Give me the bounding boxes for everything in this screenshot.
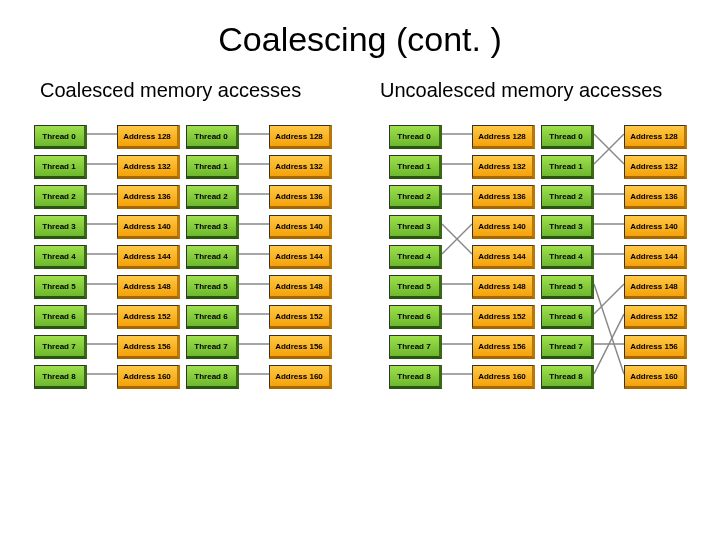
address-box: Address 152 (472, 305, 535, 329)
thread-box: Thread 3 (541, 215, 594, 239)
address-column: Address 128Address 132Address 136Address… (269, 125, 332, 389)
thread-box: Thread 1 (541, 155, 594, 179)
thread-box: Thread 3 (34, 215, 87, 239)
address-box: Address 148 (117, 275, 180, 299)
uncoalesced-pair-b: Thread 0Thread 1Thread 2Thread 3Thread 4… (541, 122, 687, 392)
address-box: Address 152 (624, 305, 687, 329)
thread-column: Thread 0Thread 1Thread 2Thread 3Thread 4… (186, 125, 239, 389)
address-box: Address 132 (269, 155, 332, 179)
address-box: Address 140 (269, 215, 332, 239)
thread-box: Thread 8 (389, 365, 442, 389)
address-box: Address 156 (624, 335, 687, 359)
thread-box: Thread 4 (389, 245, 442, 269)
thread-box: Thread 6 (186, 305, 239, 329)
address-column: Address 128Address 132Address 136Address… (117, 125, 180, 389)
thread-box: Thread 3 (186, 215, 239, 239)
address-column: Address 128Address 132Address 136Address… (624, 125, 687, 389)
connection-lines (239, 122, 269, 392)
thread-box: Thread 8 (186, 365, 239, 389)
address-box: Address 152 (269, 305, 332, 329)
coalesced-pair-b: Thread 0Thread 1Thread 2Thread 3Thread 4… (186, 122, 332, 392)
thread-box: Thread 5 (541, 275, 594, 299)
thread-box: Thread 2 (389, 185, 442, 209)
address-box: Address 160 (117, 365, 180, 389)
page-title: Coalescing (cont. ) (0, 0, 720, 79)
thread-box: Thread 8 (541, 365, 594, 389)
thread-column: Thread 0Thread 1Thread 2Thread 3Thread 4… (541, 125, 594, 389)
address-box: Address 128 (624, 125, 687, 149)
address-box: Address 128 (472, 125, 535, 149)
address-box: Address 148 (269, 275, 332, 299)
coalesced-group: Thread 0Thread 1Thread 2Thread 3Thread 4… (20, 122, 345, 392)
address-box: Address 156 (472, 335, 535, 359)
svg-line-32 (594, 284, 624, 374)
thread-box: Thread 4 (34, 245, 87, 269)
thread-box: Thread 0 (34, 125, 87, 149)
thread-box: Thread 5 (186, 275, 239, 299)
thread-box: Thread 7 (389, 335, 442, 359)
address-box: Address 148 (624, 275, 687, 299)
address-box: Address 156 (269, 335, 332, 359)
thread-column: Thread 0Thread 1Thread 2Thread 3Thread 4… (34, 125, 87, 389)
thread-box: Thread 1 (186, 155, 239, 179)
address-box: Address 136 (624, 185, 687, 209)
address-box: Address 148 (472, 275, 535, 299)
connection-lines (594, 122, 624, 392)
thread-column: Thread 0Thread 1Thread 2Thread 3Thread 4… (389, 125, 442, 389)
address-box: Address 144 (624, 245, 687, 269)
address-box: Address 160 (624, 365, 687, 389)
thread-box: Thread 2 (34, 185, 87, 209)
address-box: Address 136 (269, 185, 332, 209)
address-box: Address 136 (117, 185, 180, 209)
thread-box: Thread 3 (389, 215, 442, 239)
address-box: Address 128 (269, 125, 332, 149)
address-box: Address 152 (117, 305, 180, 329)
thread-box: Thread 7 (186, 335, 239, 359)
address-box: Address 144 (472, 245, 535, 269)
subtitle-row: Coalesced memory accesses Uncoalesced me… (0, 79, 720, 122)
thread-box: Thread 5 (389, 275, 442, 299)
address-column: Address 128Address 132Address 136Address… (472, 125, 535, 389)
address-box: Address 156 (117, 335, 180, 359)
address-box: Address 160 (269, 365, 332, 389)
thread-box: Thread 2 (186, 185, 239, 209)
address-box: Address 140 (624, 215, 687, 239)
thread-box: Thread 7 (34, 335, 87, 359)
thread-box: Thread 1 (34, 155, 87, 179)
address-box: Address 136 (472, 185, 535, 209)
connection-lines (442, 122, 472, 392)
address-box: Address 140 (117, 215, 180, 239)
thread-box: Thread 6 (389, 305, 442, 329)
address-box: Address 144 (269, 245, 332, 269)
uncoalesced-pair-a: Thread 0Thread 1Thread 2Thread 3Thread 4… (389, 122, 535, 392)
address-box: Address 132 (472, 155, 535, 179)
thread-box: Thread 2 (541, 185, 594, 209)
uncoalesced-group: Thread 0Thread 1Thread 2Thread 3Thread 4… (375, 122, 700, 392)
thread-box: Thread 4 (541, 245, 594, 269)
thread-box: Thread 7 (541, 335, 594, 359)
thread-box: Thread 6 (541, 305, 594, 329)
address-box: Address 160 (472, 365, 535, 389)
thread-box: Thread 5 (34, 275, 87, 299)
thread-box: Thread 0 (541, 125, 594, 149)
thread-box: Thread 0 (186, 125, 239, 149)
thread-box: Thread 6 (34, 305, 87, 329)
thread-box: Thread 4 (186, 245, 239, 269)
address-box: Address 132 (117, 155, 180, 179)
address-box: Address 140 (472, 215, 535, 239)
address-box: Address 128 (117, 125, 180, 149)
subtitle-coalesced: Coalesced memory accesses (20, 79, 360, 102)
connection-lines (87, 122, 117, 392)
coalesced-pair-a: Thread 0Thread 1Thread 2Thread 3Thread 4… (34, 122, 180, 392)
diagram-row: Thread 0Thread 1Thread 2Thread 3Thread 4… (0, 122, 720, 392)
address-box: Address 132 (624, 155, 687, 179)
thread-box: Thread 0 (389, 125, 442, 149)
thread-box: Thread 8 (34, 365, 87, 389)
thread-box: Thread 1 (389, 155, 442, 179)
address-box: Address 144 (117, 245, 180, 269)
subtitle-uncoalesced: Uncoalesced memory accesses (360, 79, 700, 102)
